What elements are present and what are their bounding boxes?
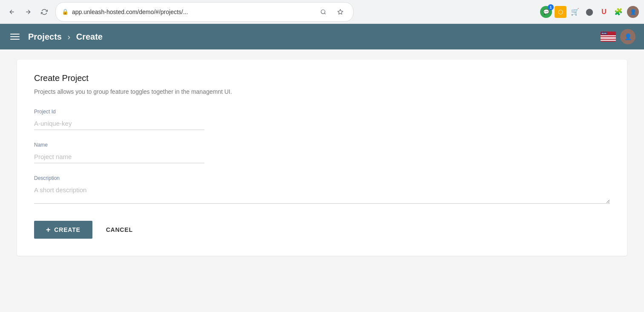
u-extension-icon[interactable]: U — [598, 6, 610, 18]
form-actions: + CREATE CANCEL — [34, 221, 610, 239]
name-label: Name — [34, 142, 610, 148]
project-id-label: Project Id — [34, 109, 610, 115]
refresh-button[interactable] — [37, 5, 51, 19]
keyshape-extension-icon[interactable]: ⬡ — [555, 6, 566, 18]
extension-icon-3[interactable]: 🛒 — [569, 6, 581, 18]
header-left: Projects › Create — [9, 32, 103, 42]
nav-buttons — [5, 5, 51, 19]
browser-chrome: 🔒 app.unleash-hosted.com/demo/#/projects… — [0, 0, 644, 24]
hamburger-line-2 — [10, 36, 20, 37]
url-text: app.unleash-hosted.com/demo/#/projects/.… — [72, 9, 313, 15]
menu-button[interactable] — [9, 32, 21, 41]
avatar-icon: 👤 — [624, 33, 632, 40]
breadcrumb: Projects › Create — [28, 32, 103, 42]
description-input[interactable] — [34, 184, 610, 204]
browser-extensions: 💬 1 ⬡ 🛒 ⬤ U 🧩 👤 — [540, 6, 639, 18]
bookmark-icon[interactable] — [334, 5, 347, 19]
form-description: Projects allows you to group feature tog… — [34, 88, 610, 95]
create-button[interactable]: + CREATE — [34, 221, 92, 239]
create-button-label: CREATE — [54, 226, 80, 233]
svg-point-0 — [321, 9, 325, 13]
address-bar[interactable]: 🔒 app.unleash-hosted.com/demo/#/projects… — [55, 2, 354, 22]
breadcrumb-root[interactable]: Projects — [28, 32, 62, 41]
user-avatar[interactable]: 👤 — [620, 29, 635, 44]
search-icon[interactable] — [316, 5, 330, 19]
back-button[interactable] — [5, 5, 19, 19]
profile-avatar[interactable]: 👤 — [627, 6, 639, 18]
extension-icon-4[interactable]: ⬤ — [584, 6, 595, 18]
svg-marker-1 — [338, 9, 343, 14]
main-content: Create Project Projects allows you to gr… — [0, 49, 644, 312]
name-group: Name — [34, 142, 610, 163]
description-group: Description — [34, 175, 610, 205]
project-id-group: Project Id — [34, 109, 610, 130]
forward-button[interactable] — [21, 5, 35, 19]
breadcrumb-separator: › — [68, 32, 71, 41]
cancel-button[interactable]: CANCEL — [99, 221, 140, 238]
cancel-button-label: CANCEL — [106, 226, 133, 233]
description-label: Description — [34, 175, 610, 181]
notification-badge: 1 — [548, 4, 554, 10]
lock-icon: 🔒 — [62, 9, 69, 15]
chat-extension-icon[interactable]: 💬 1 — [540, 6, 552, 18]
language-flag[interactable]: ★★★ — [601, 32, 616, 42]
form-card: Create Project Projects allows you to gr… — [17, 60, 627, 256]
puzzle-extension-icon[interactable]: 🧩 — [612, 6, 624, 18]
hamburger-line-1 — [10, 34, 20, 35]
plus-icon: + — [46, 226, 51, 234]
name-input[interactable] — [34, 150, 204, 163]
header-right: ★★★ 👤 — [601, 29, 635, 44]
project-id-input[interactable] — [34, 117, 204, 130]
form-title: Create Project — [34, 73, 610, 83]
breadcrumb-current: Create — [76, 32, 103, 41]
app-header: Projects › Create ★★★ 👤 — [0, 24, 644, 49]
hamburger-line-3 — [10, 39, 20, 40]
